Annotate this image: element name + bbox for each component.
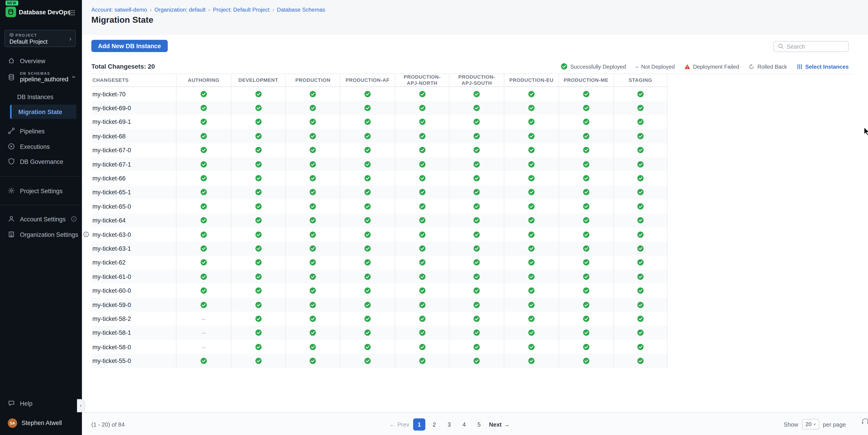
page-button-3[interactable]: 3 bbox=[443, 418, 455, 431]
status-deployed-icon bbox=[449, 340, 504, 354]
status-deployed-icon bbox=[559, 129, 613, 143]
breadcrumb-link[interactable]: Account: satwell-demo bbox=[91, 7, 147, 13]
select-instances-button[interactable]: Select Instances bbox=[797, 63, 849, 69]
table-row[interactable]: my-ticket-65-1 bbox=[91, 185, 668, 199]
support-widget-icon[interactable] bbox=[861, 417, 868, 428]
status-deployed-icon bbox=[340, 326, 395, 340]
table-row[interactable]: my-ticket-64 bbox=[91, 213, 668, 227]
status-deployed-icon bbox=[559, 354, 613, 368]
status-deployed-icon bbox=[559, 213, 613, 227]
table-row[interactable]: my-ticket-59-0 bbox=[91, 298, 668, 312]
table-row[interactable]: my-ticket-68 bbox=[91, 129, 668, 143]
page-button-2[interactable]: 2 bbox=[428, 418, 440, 431]
executions-icon bbox=[8, 143, 15, 150]
status-deployed-icon bbox=[559, 270, 613, 284]
gear-icon bbox=[8, 187, 15, 194]
table-row[interactable]: my-ticket-58-1– bbox=[91, 326, 668, 340]
table-row[interactable]: my-ticket-62 bbox=[91, 255, 668, 270]
status-deployed-icon bbox=[395, 185, 449, 199]
table-row[interactable]: my-ticket-60-0 bbox=[91, 284, 668, 298]
sidebar-item-migration-state[interactable]: Migration State bbox=[10, 104, 76, 119]
user-menu[interactable]: SA Stephen Atwell bbox=[0, 415, 82, 431]
status-deployed-icon bbox=[230, 255, 285, 270]
page-button-5[interactable]: 5 bbox=[473, 418, 485, 431]
total-changesets-label: Total Changesets: 20 bbox=[91, 63, 155, 70]
sidebar-item-label: Pipelines bbox=[20, 127, 45, 134]
sidebar-item-help[interactable]: Help bbox=[0, 396, 82, 411]
sidebar-item-db-governance[interactable]: DB Governance bbox=[0, 154, 82, 169]
avatar: SA bbox=[8, 418, 17, 428]
status-deployed-icon bbox=[395, 326, 449, 340]
table-row[interactable]: my-ticket-58-0– bbox=[91, 340, 668, 354]
status-deployed-icon bbox=[449, 227, 504, 242]
next-page-button[interactable]: Next → bbox=[489, 421, 510, 428]
help-chat-icon bbox=[8, 400, 15, 407]
breadcrumb-separator-icon: › bbox=[208, 7, 210, 13]
table-row[interactable]: my-ticket-55-0 bbox=[91, 354, 668, 368]
status-deployed-icon bbox=[504, 171, 558, 185]
page-button-4[interactable]: 4 bbox=[458, 418, 470, 431]
status-deployed-icon bbox=[559, 185, 613, 199]
table-row[interactable]: my-ticket-69-0 bbox=[91, 101, 668, 115]
status-deployed-icon bbox=[613, 340, 668, 354]
status-deployed-icon bbox=[340, 312, 395, 326]
status-deployed-icon bbox=[230, 326, 285, 340]
page-button-1[interactable]: 1 bbox=[413, 418, 425, 431]
add-db-instance-button[interactable]: Add New DB Instance bbox=[91, 40, 167, 52]
table-row[interactable]: my-ticket-61-0 bbox=[91, 270, 668, 284]
sidebar-item-pipelines[interactable]: Pipelines bbox=[0, 123, 82, 138]
module-switcher-icon[interactable] bbox=[69, 8, 75, 19]
status-deployed-icon bbox=[559, 115, 613, 129]
sidebar-item-account-settings[interactable]: Account Settings bbox=[0, 211, 82, 226]
search-box[interactable] bbox=[773, 41, 848, 52]
info-icon[interactable] bbox=[71, 216, 77, 222]
table-row[interactable]: my-ticket-63-0 bbox=[91, 227, 668, 242]
table-row[interactable]: my-ticket-66 bbox=[91, 171, 668, 185]
status-deployed-icon bbox=[613, 199, 668, 213]
breadcrumb-link[interactable]: Organization: default bbox=[155, 7, 206, 13]
chevron-left-icon: ‹ bbox=[80, 403, 82, 408]
changeset-name: my-ticket-62 bbox=[91, 255, 176, 270]
sidebar-divider bbox=[0, 205, 82, 205]
status-deployed-icon bbox=[285, 129, 340, 143]
column-header: DEVELOPMENT bbox=[230, 74, 285, 87]
status-deployed-icon bbox=[285, 298, 340, 312]
table-row[interactable]: my-ticket-67-0 bbox=[91, 143, 668, 157]
sidebar-item-overview[interactable]: Overview bbox=[0, 53, 82, 68]
prev-page-button[interactable]: ← Prev bbox=[389, 421, 409, 428]
status-deployed-icon bbox=[504, 312, 558, 326]
table-row[interactable]: my-ticket-63-1 bbox=[91, 241, 668, 255]
sidebar-item-organization-settings[interactable]: Organization Settings bbox=[0, 227, 82, 242]
sidebar-item-executions[interactable]: Executions bbox=[0, 139, 82, 154]
status-deployed-icon bbox=[559, 101, 613, 115]
legend-not-deployed: – Not Deployed bbox=[635, 63, 675, 69]
status-deployed-icon bbox=[449, 129, 504, 143]
sidebar-item-label: Migration State bbox=[18, 108, 62, 115]
sidebar-collapse-handle[interactable]: ‹ bbox=[77, 399, 86, 412]
page-size-select[interactable]: 20 ▾ bbox=[802, 419, 819, 429]
status-deployed-icon bbox=[176, 199, 230, 213]
status-deployed-icon bbox=[395, 354, 449, 368]
table-row[interactable]: my-ticket-58-2– bbox=[91, 312, 668, 326]
table-row[interactable]: my-ticket-65-0 bbox=[91, 199, 668, 213]
table-row[interactable]: my-ticket-69-1 bbox=[91, 115, 668, 129]
status-deployed-icon bbox=[230, 298, 285, 312]
status-deployed-icon bbox=[559, 87, 613, 101]
breadcrumb-link[interactable]: Project: Default Project bbox=[213, 7, 270, 13]
status-deployed-icon bbox=[285, 227, 340, 242]
sidebar: NEW Database DevOps PROJECT Default Proj… bbox=[0, 0, 82, 435]
sidebar-item-project-settings[interactable]: Project Settings bbox=[0, 183, 82, 198]
search-input[interactable] bbox=[787, 43, 844, 50]
status-deployed-icon bbox=[449, 284, 504, 298]
table-row[interactable]: my-ticket-67-1 bbox=[91, 157, 668, 171]
status-deployed-icon bbox=[395, 171, 449, 185]
project-selector[interactable]: PROJECT Default Project › bbox=[4, 30, 76, 47]
sidebar-item-db-instances[interactable]: DB Instances bbox=[0, 90, 82, 104]
info-icon[interactable] bbox=[83, 231, 89, 238]
status-deployed-icon bbox=[340, 101, 395, 115]
app-title: Database DevOps bbox=[19, 9, 71, 15]
breadcrumb-link[interactable]: Database Schemas bbox=[277, 7, 326, 13]
table-row[interactable]: my-ticket-70 bbox=[91, 87, 668, 101]
status-deployed-icon bbox=[395, 143, 449, 157]
sidebar-item-db-schemas[interactable]: DB SCHEMAS pipeline_authored bbox=[0, 66, 82, 88]
